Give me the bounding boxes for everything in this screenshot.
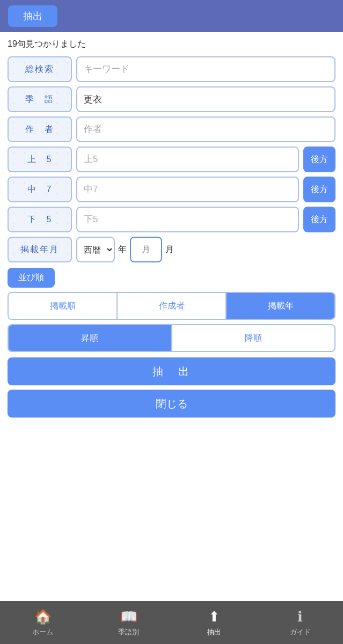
upper5-row: 上 5 後方 (8, 147, 335, 172)
extract-top-button[interactable]: 抽出 (8, 5, 57, 27)
middle7-suffix-button[interactable]: 後方 (303, 177, 335, 202)
order-options: 昇順 降順 (8, 324, 335, 352)
middle7-row: 中 7 後方 (8, 177, 335, 202)
season-row: 季 語 (8, 86, 335, 112)
upload-icon: ⬆ (208, 609, 220, 625)
author-row: 作 者 (8, 116, 335, 142)
lower5-label-text: 下 5 (27, 214, 53, 225)
nav-home-label: ホーム (32, 627, 53, 637)
nav-extract[interactable]: ⬆ 抽出 (172, 601, 258, 644)
publish-date-label: 掲載年月 (8, 237, 72, 262)
publish-date-row: 掲載年月 西暦 和暦 年 月 (8, 237, 335, 262)
lower5-input[interactable] (76, 207, 299, 232)
nav-guide[interactable]: ℹ ガイド (257, 601, 343, 644)
main-content: 19句見つかりました 総検索 季 語 作 者 上 5 後方 中 7 後方 (0, 32, 343, 515)
middle7-input[interactable] (76, 177, 299, 202)
season-label-text: 季 語 (25, 94, 54, 105)
book-icon: 📖 (120, 609, 137, 625)
nav-guide-label: ガイド (290, 627, 311, 637)
sort-options: 掲載順 作成者 掲載年 (8, 292, 335, 320)
spacer (0, 515, 343, 601)
upper5-label: 上 5 (8, 147, 72, 172)
upper5-label-text: 上 5 (27, 154, 53, 165)
author-label-text: 作 者 (25, 124, 54, 135)
middle7-label: 中 7 (8, 177, 72, 202)
season-input[interactable] (76, 86, 335, 112)
month-input[interactable] (130, 237, 162, 262)
author-label: 作 者 (8, 116, 72, 142)
nav-season[interactable]: 📖 季語別 (86, 601, 172, 644)
order-ascending[interactable]: 昇順 (9, 325, 172, 351)
sort-option-2[interactable]: 掲載年 (227, 293, 334, 319)
nav-season-label: 季語別 (118, 627, 139, 637)
total-search-label-text: 総検索 (25, 64, 54, 75)
publish-date-label-text: 掲載年月 (20, 244, 59, 255)
sort-option-0[interactable]: 掲載順 (9, 293, 118, 319)
home-icon: 🏠 (34, 609, 52, 625)
upper5-suffix-button[interactable]: 後方 (303, 147, 335, 172)
author-input[interactable] (76, 116, 335, 142)
bottom-nav: 🏠 ホーム 📖 季語別 ⬆ 抽出 ℹ ガイド (0, 601, 343, 644)
sort-option-1[interactable]: 作成者 (118, 293, 227, 319)
total-search-label: 総検索 (8, 56, 72, 82)
order-descending[interactable]: 降順 (172, 325, 335, 351)
upper5-input[interactable] (76, 147, 299, 172)
close-button[interactable]: 閉じる (8, 390, 335, 418)
sort-section: 並び順 掲載順 作成者 掲載年 昇順 降順 (8, 268, 335, 352)
calendar-type-select[interactable]: 西暦 和暦 (76, 237, 115, 262)
lower5-suffix-button[interactable]: 後方 (303, 207, 335, 232)
result-count: 19句見つかりました (8, 39, 335, 50)
total-search-row: 総検索 (8, 56, 335, 82)
nav-extract-label: 抽出 (207, 627, 221, 637)
lower5-label: 下 5 (8, 207, 72, 232)
middle7-label-text: 中 7 (27, 184, 53, 195)
year-label: 年 (118, 244, 127, 255)
total-search-input[interactable] (76, 56, 335, 82)
sort-label-button[interactable]: 並び順 (8, 268, 55, 288)
info-icon: ℹ (297, 609, 303, 625)
lower5-row: 下 5 後方 (8, 207, 335, 232)
month-label: 月 (165, 244, 174, 255)
date-inputs: 西暦 和暦 年 月 (76, 237, 174, 262)
top-bar: 抽出 (0, 0, 343, 32)
nav-home[interactable]: 🏠 ホーム (0, 601, 86, 644)
extract-action-button[interactable]: 抽 出 (8, 357, 335, 385)
season-label: 季 語 (8, 86, 72, 112)
